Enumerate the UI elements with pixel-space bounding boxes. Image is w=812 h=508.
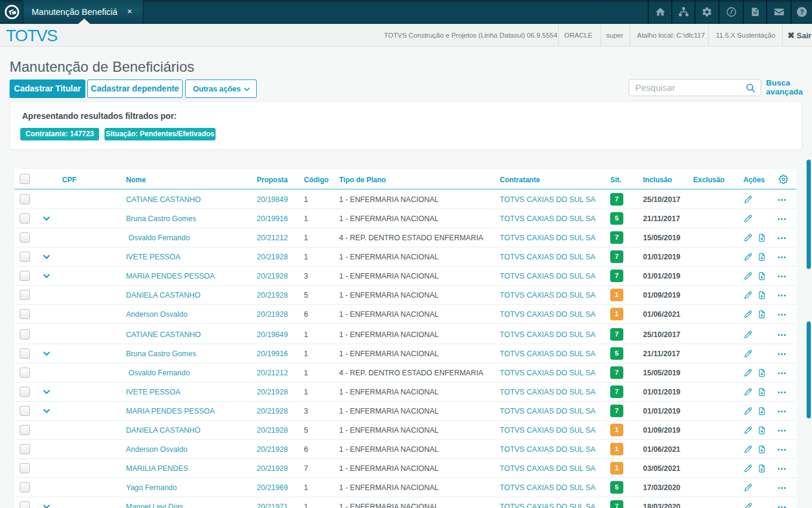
svg-text:?: ? — [799, 8, 804, 16]
